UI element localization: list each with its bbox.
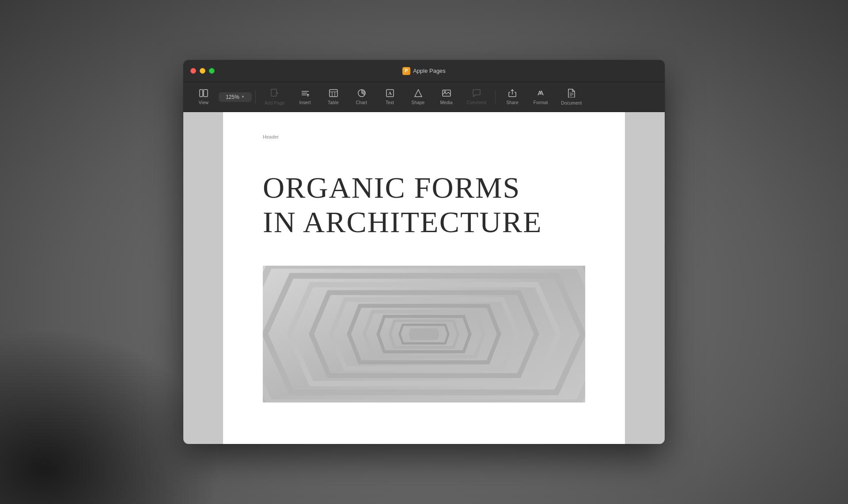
zoom-value: 125% <box>226 94 239 100</box>
text-icon: A <box>386 89 394 98</box>
share-label: Share <box>506 100 519 105</box>
toolbar-item-chart[interactable]: Chart <box>348 87 375 108</box>
toolbar-item-table[interactable]: Table <box>320 87 347 108</box>
page-title[interactable]: ORGANIC FORMS IN ARCHITECTURE <box>263 170 585 239</box>
page: Header ORGANIC FORMS IN ARCHITECTURE <box>223 112 625 444</box>
svg-point-21 <box>444 91 446 93</box>
table-label: Table <box>328 100 339 105</box>
svg-rect-1 <box>204 90 208 97</box>
view-label: View <box>199 100 208 105</box>
toolbar-item-add-page[interactable]: Add Page <box>259 86 290 108</box>
media-icon <box>442 89 451 98</box>
add-page-label: Add Page <box>265 101 285 105</box>
comment-icon <box>472 89 481 98</box>
svg-rect-11 <box>329 90 337 97</box>
format-label: Format <box>534 100 548 105</box>
toolbar-separator-1 <box>255 90 256 104</box>
toolbar-item-shape[interactable]: Shape <box>405 87 432 108</box>
traffic-lights <box>183 68 215 74</box>
view-icon <box>199 89 208 98</box>
toolbar-item-view[interactable]: View <box>190 87 217 108</box>
app-icon: P <box>402 67 410 75</box>
toolbar-item-text[interactable]: A Text <box>377 87 403 108</box>
document-label: Document <box>561 101 582 105</box>
insert-icon <box>301 89 310 98</box>
svg-marker-37 <box>409 328 439 340</box>
title-line-2: IN ARCHITECTURE <box>263 205 542 239</box>
toolbar-item-share[interactable]: Share <box>499 87 526 108</box>
toolbar: View 125% ▼ Add Page <box>183 82 665 112</box>
titlebar: P Apple Pages <box>183 60 665 82</box>
toolbar-item-document[interactable]: Document <box>556 86 587 108</box>
maximize-button[interactable] <box>209 68 215 74</box>
document-area: Header ORGANIC FORMS IN ARCHITECTURE <box>183 112 665 444</box>
document-icon <box>568 89 575 99</box>
zoom-control[interactable]: 125% ▼ <box>219 92 252 102</box>
toolbar-item-format[interactable]: Format <box>527 87 554 108</box>
app-window: P Apple Pages View 125% ▼ <box>183 60 665 444</box>
table-icon <box>329 89 338 98</box>
chart-label: Chart <box>356 100 367 105</box>
zoom-chevron-icon: ▼ <box>241 95 245 99</box>
text-label: Text <box>386 100 394 105</box>
shape-icon <box>414 89 423 98</box>
page-image <box>263 266 585 402</box>
svg-rect-0 <box>200 90 203 97</box>
toolbar-item-insert[interactable]: Insert <box>292 87 318 108</box>
media-label: Media <box>440 100 452 105</box>
header-label: Header <box>263 134 585 139</box>
share-icon <box>508 89 517 98</box>
toolbar-separator-2 <box>495 90 496 104</box>
titlebar-center: P Apple Pages <box>402 67 446 75</box>
insert-label: Insert <box>299 100 310 105</box>
add-page-icon <box>271 89 279 99</box>
chart-icon <box>357 89 366 98</box>
comment-label: Comment <box>467 100 487 105</box>
format-icon <box>536 89 545 98</box>
toolbar-item-media[interactable]: Media <box>433 87 460 108</box>
svg-rect-2 <box>271 89 276 96</box>
svg-text:A: A <box>388 90 392 96</box>
title-line-1: ORGANIC FORMS <box>263 171 520 204</box>
toolbar-item-comment[interactable]: Comment <box>462 87 492 108</box>
minimize-button[interactable] <box>200 68 205 74</box>
close-button[interactable] <box>190 68 196 74</box>
window-title: Apple Pages <box>413 68 446 74</box>
shape-label: Shape <box>412 100 425 105</box>
